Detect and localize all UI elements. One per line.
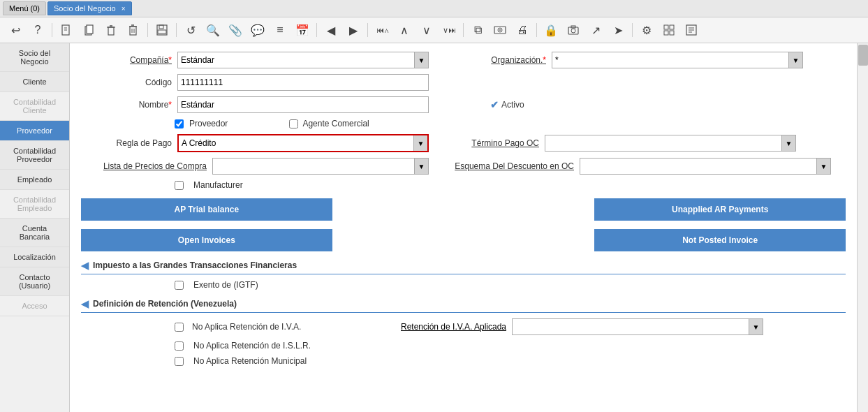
buttons-row: AP Trial balance Unapplied AR Payments	[81, 198, 846, 221]
comment-button[interactable]: 💬	[248, 20, 267, 40]
esquema-descuento-dropdown-arrow[interactable]: ▼	[816, 159, 830, 174]
section-retencion: ◀ Definición de Retención (Venezuela)	[81, 298, 846, 313]
regla-pago-dropdown-arrow[interactable]: ▼	[413, 135, 427, 151]
ap-trial-button[interactable]: AP Trial balance	[81, 198, 332, 221]
svg-rect-25	[670, 31, 674, 35]
sidebar-item-contabilidad-cliente[interactable]: Contabilidad Cliente	[0, 92, 69, 121]
organizacion-input[interactable]: *	[552, 52, 788, 68]
organizacion-dropdown-arrow[interactable]: ▼	[788, 52, 802, 68]
camera-button[interactable]	[564, 20, 583, 40]
sidebar-item-cliente[interactable]: Cliente	[0, 72, 69, 92]
compania-dropdown[interactable]: Estándar ▼	[177, 52, 429, 68]
section-retencion-arrow[interactable]: ◀	[81, 298, 89, 309]
sidebar-item-contabilidad-proveedor[interactable]: Contabilidad Proveedor	[0, 141, 69, 170]
svg-point-20	[571, 29, 575, 33]
nombre-input[interactable]: Estándar	[177, 96, 429, 113]
form-row-exento: Exento de (IGTF)	[175, 280, 846, 290]
sidebar-item-empleado[interactable]: Empleado	[0, 170, 69, 190]
arrow-right-button[interactable]: ↗	[586, 20, 605, 40]
section-impuesto-label: Impuesto a las Grandes Transacciones Fin…	[93, 260, 297, 270]
organizacion-label: Organización.*	[476, 55, 546, 65]
save-button[interactable]	[152, 20, 172, 40]
report-button[interactable]: ≡	[270, 20, 290, 40]
print-button[interactable]: 🖨	[513, 20, 532, 40]
last-button[interactable]: ∨⏭	[439, 20, 459, 40]
form-row-no-aplica-islr: No Aplica Retención de I.S.L.R.	[175, 341, 846, 351]
menu-tab-active[interactable]: Socio del Negocio ×	[47, 1, 132, 15]
no-aplica-municipal-checkbox[interactable]	[175, 357, 184, 366]
sidebar-item-contabilidad-empleado[interactable]: Contabilidad Empleado	[0, 190, 69, 219]
no-aplica-iva-checkbox[interactable]	[175, 323, 184, 332]
grid-button[interactable]	[659, 20, 679, 40]
activo-checkmark: ✔ Activo	[490, 99, 524, 110]
lista-precios-input[interactable]	[213, 159, 414, 174]
multi-button[interactable]: ⧉	[468, 20, 487, 40]
delete1-button[interactable]	[101, 20, 121, 40]
sidebar-item-contacto[interactable]: Contacto (Usuario)	[0, 267, 69, 296]
next-button[interactable]: ▶	[344, 20, 363, 40]
regla-pago-input[interactable]: A Crédito	[179, 135, 413, 151]
retencion-iva-aplicada-dropdown[interactable]: ▼	[512, 318, 763, 335]
toolbar-separator-8	[632, 23, 633, 37]
toolbar-separator-4	[316, 23, 317, 37]
esquema-descuento-label: Esquema Del Descuento en OC	[441, 161, 574, 171]
print-preview-button[interactable]	[490, 20, 510, 40]
section-impuesto-arrow[interactable]: ◀	[81, 260, 89, 271]
no-aplica-iva-label: No Aplica Retención de I.V.A.	[192, 322, 301, 332]
lista-precios-dropdown-arrow[interactable]: ▼	[414, 159, 428, 174]
new-button[interactable]	[57, 20, 76, 40]
down-button[interactable]: ∨	[417, 20, 436, 40]
sidebar-item-acceso[interactable]: Acceso	[0, 296, 69, 316]
toolbar-separator-7	[536, 23, 537, 37]
delete2-button[interactable]	[124, 20, 143, 40]
lock-button[interactable]: 🔒	[541, 20, 561, 40]
no-aplica-islr-checkbox[interactable]	[175, 341, 184, 351]
sidebar-item-proveedor[interactable]: Proveedor	[0, 121, 69, 141]
form-row-manufacturer: Manufacturer	[175, 180, 846, 190]
manufacturer-checkbox[interactable]	[175, 181, 184, 190]
close-tab-icon[interactable]: ×	[122, 5, 126, 13]
send-button[interactable]: ➤	[608, 20, 628, 40]
not-posted-invoice-button[interactable]: Not Posted Invoice	[594, 229, 846, 251]
sidebar-item-localizacion[interactable]: Localización	[0, 247, 69, 267]
termino-pago-dropdown-arrow[interactable]: ▼	[781, 135, 795, 151]
esquema-descuento-dropdown[interactable]: ▼	[580, 158, 831, 175]
undo-button[interactable]: ↺	[181, 20, 200, 40]
exento-checkbox[interactable]	[175, 281, 184, 290]
settings-button[interactable]: ⚙	[637, 20, 656, 40]
right-scrollbar[interactable]	[857, 43, 868, 412]
organizacion-dropdown[interactable]: * ▼	[552, 52, 803, 68]
export-button[interactable]	[682, 20, 701, 40]
copy-button[interactable]	[79, 20, 98, 40]
esquema-descuento-input[interactable]	[580, 159, 816, 174]
compania-input[interactable]: Estándar	[178, 52, 414, 68]
compania-dropdown-arrow[interactable]: ▼	[414, 52, 428, 68]
nombre-label: Nombre*	[81, 100, 172, 110]
regla-pago-label: Regla de Pago	[81, 138, 172, 148]
attach-button[interactable]: 📎	[226, 20, 245, 40]
open-invoices-button[interactable]: Open Invoices	[81, 229, 332, 251]
codigo-input[interactable]: 111111111	[177, 74, 429, 91]
first-button[interactable]: ⏮∧	[372, 20, 392, 40]
search-button[interactable]: 🔍	[203, 20, 223, 40]
help-button[interactable]: ?	[28, 20, 47, 40]
unapplied-ar-button[interactable]: Unapplied AR Payments	[594, 198, 846, 221]
menu-tab-menu[interactable]: Menú (0)	[3, 1, 46, 15]
prev-button[interactable]: ◀	[321, 20, 341, 40]
retencion-iva-aplicada-input[interactable]	[513, 319, 749, 334]
calendar-button[interactable]: 📅	[293, 20, 312, 40]
lista-precios-dropdown[interactable]: ▼	[212, 158, 429, 175]
sidebar-item-socio[interactable]: Socio del Negocio	[0, 43, 69, 72]
termino-pago-dropdown[interactable]: ▼	[545, 135, 796, 152]
termino-pago-input[interactable]	[545, 135, 781, 151]
proveedor-checkbox[interactable]	[175, 119, 184, 128]
retencion-iva-aplicada-dropdown-arrow[interactable]: ▼	[749, 319, 763, 334]
regla-pago-dropdown[interactable]: A Crédito ▼	[177, 134, 429, 152]
back-arrow-button[interactable]: ↩	[6, 20, 25, 40]
up-button[interactable]: ∧	[395, 20, 414, 40]
agente-comercial-checkbox[interactable]	[289, 119, 298, 128]
svg-rect-14	[159, 25, 163, 29]
agente-comercial-label: Agente Comercial	[302, 119, 369, 128]
sidebar-item-cuenta-bancaria[interactable]: Cuenta Bancaria	[0, 219, 69, 247]
manufacturer-label: Manufacturer	[193, 180, 243, 190]
